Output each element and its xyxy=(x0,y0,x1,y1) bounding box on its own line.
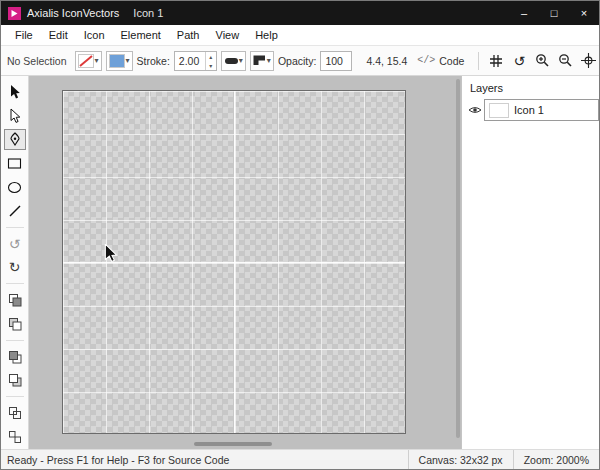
titlebar: Axialis IconVectors Icon 1 – □ × xyxy=(1,1,599,25)
menu-file[interactable]: File xyxy=(7,27,41,43)
send-to-back-icon xyxy=(8,373,22,387)
vertical-scrollbar-thumb[interactable] xyxy=(456,79,460,438)
send-backward-icon xyxy=(8,350,22,364)
chevron-down-icon: ▾ xyxy=(95,57,99,65)
status-canvas-size: Canvas: 32x32 px xyxy=(408,450,513,469)
line-cap-icon xyxy=(224,56,238,66)
tool-line[interactable] xyxy=(4,200,26,222)
app-window: Axialis IconVectors Icon 1 – □ × File Ed… xyxy=(0,0,600,470)
fill-color-picker[interactable]: ▾ xyxy=(106,51,133,71)
view-tools-group: ↺ xyxy=(474,51,598,71)
tool-direct-select[interactable] xyxy=(4,105,26,127)
document-title: Icon 1 xyxy=(133,7,163,19)
minimize-button[interactable]: – xyxy=(509,1,539,25)
line-icon xyxy=(8,204,22,218)
grid-toggle-button[interactable] xyxy=(486,51,506,71)
fill-color-swatch xyxy=(109,54,125,68)
chevron-down-icon: ▾ xyxy=(239,57,243,65)
line-join-dropdown[interactable]: ▾ xyxy=(250,51,274,71)
layer-name: Icon 1 xyxy=(514,104,544,116)
ellipse-icon xyxy=(7,181,22,194)
grid-icon xyxy=(489,54,503,68)
tool-palette: ↺ ↻ xyxy=(1,76,29,449)
code-icon: </> xyxy=(417,55,435,66)
maximize-button[interactable]: □ xyxy=(539,1,569,25)
line-cap-dropdown[interactable]: ▾ xyxy=(221,51,246,71)
horizontal-scrollbar-thumb[interactable] xyxy=(194,442,272,446)
tool-ellipse[interactable] xyxy=(4,176,26,198)
layer-row[interactable]: Icon 1 xyxy=(466,99,599,121)
rectangle-icon xyxy=(7,157,22,170)
menu-icon[interactable]: Icon xyxy=(76,27,113,43)
main-area: ↺ ↻ xyxy=(1,76,599,449)
line-join-icon xyxy=(253,55,266,66)
window-controls: – □ × xyxy=(509,1,599,25)
close-button[interactable]: × xyxy=(569,1,599,25)
palette-separator xyxy=(6,227,24,228)
chevron-down-icon: ▾ xyxy=(267,57,271,65)
status-message: Ready - Press F1 for Help - F3 for Sourc… xyxy=(1,454,408,466)
menu-edit[interactable]: Edit xyxy=(41,27,76,43)
toolbar: No Selection ▾ ▾ Stroke: 2.00 ▴ ▾ ▾ ▾ xyxy=(1,46,599,76)
layers-panel: Layers Icon 1 xyxy=(461,76,599,449)
palette-separator xyxy=(6,283,24,284)
menu-view[interactable]: View xyxy=(208,27,248,43)
opacity-input[interactable]: 100 xyxy=(321,52,351,70)
menubar: File Edit Icon Element Path View Help xyxy=(1,25,599,46)
tool-pen[interactable] xyxy=(4,129,26,151)
menu-help[interactable]: Help xyxy=(247,27,286,43)
stroke-width-stepper[interactable]: 2.00 ▴ ▾ xyxy=(174,51,217,71)
tool-select[interactable] xyxy=(4,81,26,103)
stepper-down-icon[interactable]: ▾ xyxy=(206,61,216,70)
layer-item[interactable]: Icon 1 xyxy=(484,99,599,121)
stepper-up-icon[interactable]: ▴ xyxy=(206,52,216,61)
zoom-out-button[interactable] xyxy=(555,51,575,71)
group-button[interactable] xyxy=(4,402,26,424)
tool-rectangle[interactable] xyxy=(4,152,26,174)
layers-panel-title: Layers xyxy=(462,76,599,99)
opacity-label: Opacity: xyxy=(278,55,317,67)
pen-icon xyxy=(8,132,22,146)
eye-icon xyxy=(468,105,482,115)
bring-to-front-button[interactable] xyxy=(4,289,26,311)
zoom-in-icon xyxy=(535,53,550,68)
stroke-width-label: Stroke: xyxy=(137,55,170,67)
layer-thumbnail xyxy=(489,103,509,118)
status-zoom-level: Zoom: 2000% xyxy=(513,450,599,469)
menu-element[interactable]: Element xyxy=(113,27,169,43)
rotate-view-button[interactable]: ↺ xyxy=(509,51,529,71)
rotate-icon: ↺ xyxy=(514,54,526,68)
center-view-button[interactable] xyxy=(578,51,598,71)
undo-button[interactable]: ↺ xyxy=(4,233,26,255)
canvas-area[interactable] xyxy=(29,76,461,449)
group-icon xyxy=(8,406,22,420)
undo-icon: ↺ xyxy=(9,237,21,251)
zoom-in-button[interactable] xyxy=(532,51,552,71)
send-to-back-button[interactable] xyxy=(4,370,26,392)
statusbar: Ready - Press F1 for Help - F3 for Sourc… xyxy=(1,449,599,469)
crosshair-icon xyxy=(581,53,596,68)
bring-to-front-icon xyxy=(8,293,22,307)
bring-forward-button[interactable] xyxy=(4,313,26,335)
palette-separator xyxy=(6,396,24,397)
redo-icon: ↻ xyxy=(9,260,21,274)
stroke-color-picker[interactable]: ▾ xyxy=(75,51,102,71)
redo-button[interactable]: ↻ xyxy=(4,256,26,278)
stroke-color-swatch xyxy=(78,54,94,68)
stepper-buttons: ▴ ▾ xyxy=(205,52,216,70)
opacity-field[interactable]: 100 xyxy=(320,51,352,71)
ungroup-button[interactable] xyxy=(4,426,26,448)
chevron-down-icon: ▾ xyxy=(126,57,130,65)
toolbar-separator xyxy=(478,52,479,70)
layer-visibility-toggle[interactable] xyxy=(466,105,484,115)
bring-forward-icon xyxy=(8,317,22,331)
stroke-width-input[interactable]: 2.00 xyxy=(175,52,205,70)
direct-selection-arrow-icon xyxy=(8,108,21,123)
menu-path[interactable]: Path xyxy=(169,27,208,43)
app-logo-icon xyxy=(8,7,21,20)
pointer-coordinates: 4.4, 15.4 xyxy=(366,55,407,67)
code-button[interactable]: </> Code xyxy=(411,53,470,69)
artboard[interactable] xyxy=(62,90,406,434)
selection-arrow-icon xyxy=(8,84,21,99)
send-backward-button[interactable] xyxy=(4,346,26,368)
